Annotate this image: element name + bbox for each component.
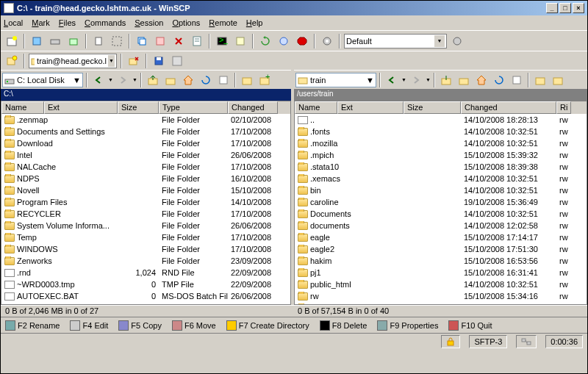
stop-icon[interactable]: [294, 33, 310, 49]
file-row[interactable]: .fonts14/10/2008 10:32:51rw: [295, 126, 587, 137]
file-row[interactable]: .stata1015/10/2008 18:39:38rw: [295, 161, 587, 173]
remote-dir-select[interactable]: train ▼: [295, 73, 376, 87]
file-row[interactable]: RECYCLERFile Folder17/10/2008: [1, 208, 290, 220]
root-dir-icon[interactable]: [162, 72, 179, 88]
chevron-down-icon[interactable]: ▼: [73, 76, 81, 84]
file-row[interactable]: Documents and SettingsFile Folder17/10/2…: [1, 126, 290, 137]
column-header[interactable]: Ri: [556, 101, 571, 114]
close-button[interactable]: ×: [573, 3, 584, 13]
find-icon[interactable]: [509, 72, 525, 88]
maximize-button[interactable]: □: [559, 3, 571, 13]
file-row[interactable]: hakim15/10/2008 16:53:56rw: [295, 255, 587, 267]
tool-icon[interactable]: [449, 33, 465, 49]
local-columns[interactable]: NameExtSizeTypeChanged: [1, 101, 290, 114]
file-row[interactable]: System Volume Informa...File Folder26/06…: [1, 220, 290, 231]
file-row[interactable]: eagle215/10/2008 17:51:30rw: [295, 243, 587, 255]
tool-icon[interactable]: [29, 33, 45, 49]
transfer-settings-combo[interactable]: Default ▼: [344, 34, 447, 48]
file-row[interactable]: .rnd1,024RND File22/09/2008: [1, 267, 290, 278]
column-header[interactable]: Size: [404, 101, 461, 114]
find-icon[interactable]: [215, 72, 232, 88]
fkey-f6[interactable]: F6 Move: [172, 320, 216, 331]
chevron-down-icon[interactable]: ▼: [434, 35, 445, 47]
delete-icon[interactable]: [171, 33, 187, 49]
menu-mark[interactable]: Mark: [32, 18, 49, 27]
fkey-f7[interactable]: F7 Create Directory: [226, 320, 309, 331]
tool-icon[interactable]: [47, 33, 63, 49]
file-row[interactable]: IntelFile Folder26/06/2008: [1, 149, 290, 161]
file-row[interactable]: Documents14/10/2008 10:32:51rw: [295, 208, 587, 220]
fkey-f4[interactable]: F4 Edit: [70, 320, 108, 331]
bookmark-icon[interactable]: [532, 72, 548, 88]
file-row[interactable]: .mpich15/10/2008 15:39:32rw: [295, 149, 587, 161]
file-row[interactable]: AUTOEXEC.BAT0MS-DOS Batch File26/06/2008: [1, 290, 290, 302]
file-row[interactable]: documents14/10/2008 12:02:58rw: [295, 220, 587, 231]
file-row[interactable]: bin14/10/2008 10:32:51rw: [295, 184, 587, 196]
parent-dir-icon[interactable]: [145, 72, 161, 88]
file-row[interactable]: rw15/10/2008 15:34:16rw: [295, 290, 587, 302]
tool-icon[interactable]: [169, 53, 185, 69]
home-icon[interactable]: [473, 72, 490, 88]
minimize-button[interactable]: _: [546, 3, 558, 13]
file-row[interactable]: .zenmapFile Folder02/10/2008: [1, 114, 290, 126]
refresh-icon[interactable]: [198, 72, 214, 88]
column-header[interactable]: Name: [295, 101, 337, 114]
tool-icon[interactable]: [232, 33, 248, 49]
local-file-list[interactable]: NameExtSizeTypeChanged .zenmapFile Folde…: [1, 101, 291, 305]
tool-icon[interactable]: [90, 33, 107, 49]
settings-icon[interactable]: [319, 33, 335, 49]
fkey-f8[interactable]: F8 Delete: [320, 320, 368, 331]
file-row[interactable]: boot.ini211Configuration S26/06/2008: [1, 302, 290, 304]
copy-icon[interactable]: [134, 33, 150, 49]
close-session-icon[interactable]: [126, 53, 142, 69]
column-header[interactable]: Size: [118, 101, 159, 114]
root-dir-icon[interactable]: [456, 72, 472, 88]
chevron-down-icon[interactable]: ▼: [108, 55, 115, 67]
back-icon[interactable]: [384, 72, 400, 88]
column-header[interactable]: Ext: [337, 101, 404, 114]
file-row[interactable]: NDPSFile Folder16/10/2008: [1, 173, 290, 184]
file-row[interactable]: ZenworksFile Folder23/09/2008: [1, 255, 290, 267]
refresh-icon[interactable]: [491, 72, 507, 88]
fkey-f9[interactable]: F9 Properties: [377, 320, 438, 331]
remote-columns[interactable]: NameExtSizeChangedRi: [295, 101, 587, 114]
menu-local[interactable]: Local: [4, 18, 23, 27]
file-row[interactable]: stata15/10/2008 11:08:27rw: [295, 302, 587, 304]
file-row[interactable]: TempFile Folder17/10/2008: [1, 231, 290, 243]
menu-session[interactable]: Session: [135, 18, 163, 27]
session-combo[interactable]: train@head.gecko.l ▼: [29, 54, 117, 68]
fkey-f10[interactable]: F10 Quit: [448, 320, 492, 331]
bookmark-icon[interactable]: [239, 72, 255, 88]
column-header[interactable]: Changed: [228, 101, 278, 114]
forward-icon[interactable]: [115, 72, 131, 88]
file-row[interactable]: caroline19/10/2008 15:36:49rw: [295, 196, 587, 208]
file-row[interactable]: .mozilla14/10/2008 10:32:51rw: [295, 137, 587, 149]
file-row[interactable]: NALCacheFile Folder17/10/2008: [1, 161, 290, 173]
tool-icon[interactable]: [276, 33, 292, 49]
chevron-down-icon[interactable]: ▼: [366, 76, 374, 84]
bookmark-add-icon[interactable]: +: [257, 72, 273, 88]
file-row[interactable]: WINDOWSFile Folder17/10/2008: [1, 243, 290, 255]
fkey-f2[interactable]: F2 Rename: [5, 320, 60, 331]
local-drive-select[interactable]: C: Local Disk ▼: [2, 73, 83, 87]
bookmark-add-icon[interactable]: [550, 72, 566, 88]
tool-icon[interactable]: [65, 33, 82, 49]
file-row[interactable]: public_html14/10/2008 10:32:51rw: [295, 278, 587, 290]
terminal-icon[interactable]: >_: [214, 33, 230, 49]
forward-icon[interactable]: [408, 72, 424, 88]
parent-dir-icon[interactable]: [438, 72, 454, 88]
column-header[interactable]: Name: [1, 101, 44, 114]
file-row[interactable]: pj115/10/2008 16:31:41rw: [295, 267, 587, 278]
menu-options[interactable]: Options: [172, 18, 200, 27]
tool-icon[interactable]: [109, 33, 125, 49]
column-header[interactable]: Changed: [461, 101, 556, 114]
column-header[interactable]: Ext: [44, 101, 118, 114]
back-icon[interactable]: [90, 72, 107, 88]
menu-help[interactable]: Help: [246, 18, 263, 27]
file-row[interactable]: DownloadFile Folder17/10/2008: [1, 137, 290, 149]
menu-files[interactable]: Files: [59, 18, 76, 27]
new-session-button[interactable]: [4, 53, 20, 69]
properties-icon[interactable]: [189, 33, 205, 49]
home-icon[interactable]: [180, 72, 196, 88]
column-header[interactable]: Type: [159, 101, 228, 114]
